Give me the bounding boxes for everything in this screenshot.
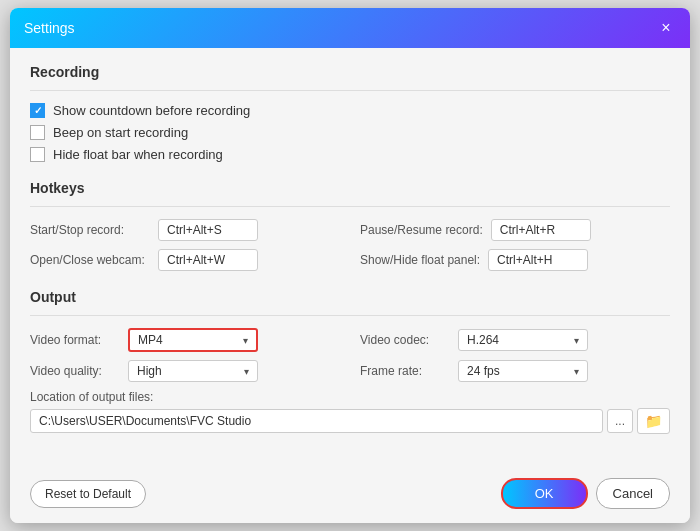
video-format-row: Video format: MP4 ▾ [30,328,340,352]
countdown-option-row: Show countdown before recording [30,103,670,118]
hotkeys-grid: Start/Stop record: Ctrl+Alt+S Pause/Resu… [30,219,670,271]
cancel-button[interactable]: Cancel [596,478,670,509]
webcam-input[interactable]: Ctrl+Alt+W [158,249,258,271]
video-format-label: Video format: [30,333,120,347]
hotkeys-section-label: Hotkeys [30,180,670,196]
settings-window: Settings × Recording Show countdown befo… [10,8,690,523]
bottom-bar: Reset to Default OK Cancel [10,468,690,523]
browse-folder-button[interactable]: 📁 [637,408,670,434]
video-format-select[interactable]: MP4 ▾ [128,328,258,352]
frame-rate-select[interactable]: 24 fps ▾ [458,360,588,382]
floatbar-option-row: Hide float bar when recording [30,147,670,162]
ok-cancel-group: OK Cancel [501,478,670,509]
pause-resume-label: Pause/Resume record: [360,223,483,237]
start-stop-label: Start/Stop record: [30,223,150,237]
video-codec-value: H.264 [467,333,499,347]
settings-content: Recording Show countdown before recordin… [10,48,690,468]
recording-section: Recording Show countdown before recordin… [30,64,670,162]
webcam-row: Open/Close webcam: Ctrl+Alt+W [30,249,340,271]
location-label: Location of output files: [30,390,670,404]
video-codec-arrow-icon: ▾ [574,335,579,346]
frame-rate-arrow-icon: ▾ [574,366,579,377]
recording-section-label: Recording [30,64,670,80]
video-codec-select[interactable]: H.264 ▾ [458,329,588,351]
webcam-label: Open/Close webcam: [30,253,150,267]
start-stop-input[interactable]: Ctrl+Alt+S [158,219,258,241]
file-path-input-row: C:\Users\USER\Documents\FVC Studio ... 📁 [30,408,670,434]
frame-rate-row: Frame rate: 24 fps ▾ [360,360,670,382]
hotkeys-section: Hotkeys Start/Stop record: Ctrl+Alt+S Pa… [30,180,670,271]
beep-checkbox[interactable] [30,125,45,140]
window-title: Settings [24,20,75,36]
hotkeys-divider [30,206,670,207]
frame-rate-value: 24 fps [467,364,500,378]
video-quality-value: High [137,364,162,378]
pause-resume-input[interactable]: Ctrl+Alt+R [491,219,591,241]
ok-button[interactable]: OK [501,478,588,509]
video-quality-arrow-icon: ▾ [244,366,249,377]
location-input[interactable]: C:\Users\USER\Documents\FVC Studio [30,409,603,433]
video-quality-select[interactable]: High ▾ [128,360,258,382]
video-codec-label: Video codec: [360,333,450,347]
floatbar-label: Hide float bar when recording [53,147,223,162]
close-button[interactable]: × [656,18,676,38]
pause-resume-row: Pause/Resume record: Ctrl+Alt+R [360,219,670,241]
start-stop-row: Start/Stop record: Ctrl+Alt+S [30,219,340,241]
recording-divider [30,90,670,91]
countdown-checkbox[interactable] [30,103,45,118]
float-panel-row: Show/Hide float panel: Ctrl+Alt+H [360,249,670,271]
countdown-label: Show countdown before recording [53,103,250,118]
video-quality-row: Video quality: High ▾ [30,360,340,382]
frame-rate-label: Frame rate: [360,364,450,378]
title-bar: Settings × [10,8,690,48]
beep-label: Beep on start recording [53,125,188,140]
file-path-row: Location of output files: C:\Users\USER\… [30,390,670,434]
output-section: Output Video format: MP4 ▾ Video codec: … [30,289,670,434]
beep-option-row: Beep on start recording [30,125,670,140]
float-panel-label: Show/Hide float panel: [360,253,480,267]
float-panel-input[interactable]: Ctrl+Alt+H [488,249,588,271]
video-format-arrow-icon: ▾ [243,335,248,346]
reset-to-default-button[interactable]: Reset to Default [30,480,146,508]
output-divider [30,315,670,316]
floatbar-checkbox[interactable] [30,147,45,162]
output-grid: Video format: MP4 ▾ Video codec: H.264 ▾… [30,328,670,382]
output-section-label: Output [30,289,670,305]
video-format-value: MP4 [138,333,163,347]
more-options-button[interactable]: ... [607,409,633,433]
video-quality-label: Video quality: [30,364,120,378]
video-codec-row: Video codec: H.264 ▾ [360,328,670,352]
